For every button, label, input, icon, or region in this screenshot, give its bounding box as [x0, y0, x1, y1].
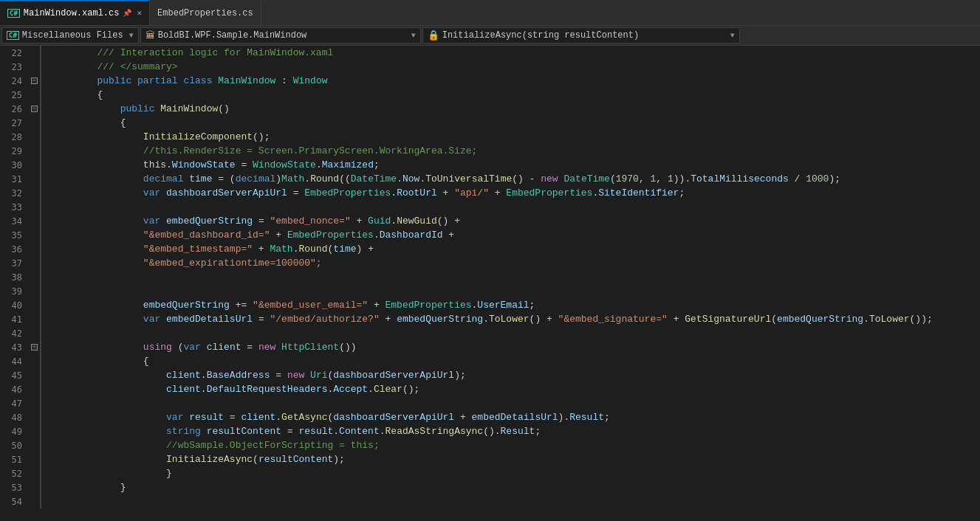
code-line: embedQuerString += "&embed_user_email=" … [48, 298, 980, 312]
code-line [48, 200, 980, 214]
code-line: decimal time = (decimal)Math.Round((Date… [48, 172, 980, 186]
code-line: //this.RenderSize = Screen.PrimaryScreen… [48, 144, 980, 158]
code-editor[interactable]: 222324−2526−2728293031323334353637383940… [0, 46, 980, 521]
code-line: InitializeComponent(); [48, 130, 980, 144]
tab-icon-mainwindow: C# [7, 9, 20, 18]
code-line [48, 494, 980, 508]
code-line: var dashboardServerApiUrl = EmbedPropert… [48, 186, 980, 200]
tab-label-mainwindow: MainWindow.xaml.cs [24, 8, 120, 18]
tab-pin-icon: 📌 [123, 9, 131, 18]
code-line [48, 326, 980, 340]
nav-method-icon: 🔒 [428, 30, 439, 41]
nav-bar: C# Miscellaneous Files ▼ 🏛 BoldBI.WPF.Sa… [0, 26, 980, 46]
nav-class-label: BoldBI.WPF.Sample.MainWindow [158, 30, 307, 41]
code-line: using (var client = new HttpClient()) [48, 340, 980, 354]
code-line: { [48, 116, 980, 130]
code-line [48, 270, 980, 284]
tab-mainwindow[interactable]: C# MainWindow.xaml.cs 📌 ✕ [0, 0, 150, 25]
nav-files-label: Miscellaneous Files [22, 30, 123, 41]
tab-label-embedprops: EmbedProperties.cs [157, 8, 253, 18]
tab-bar: C# MainWindow.xaml.cs 📌 ✕ EmbedPropertie… [0, 0, 980, 26]
nav-method-label: InitializeAsync(string resultContent) [442, 30, 639, 41]
collapse-button[interactable]: − [31, 106, 38, 112]
code-line: { [48, 354, 980, 368]
tab-close-mainwindow[interactable]: ✕ [137, 8, 142, 18]
nav-dropdown-icon[interactable]: ▼ [129, 32, 134, 40]
code-line: var embedQuerString = "embed_nonce=" + G… [48, 214, 980, 228]
code-line: "&embed_dashboard_id=" + EmbedProperties… [48, 228, 980, 242]
nav-class-dropdown[interactable]: ▼ [411, 32, 416, 40]
code-line [48, 396, 980, 410]
code-line [48, 284, 980, 298]
code-line: /// Interaction logic for MainWindow.xam… [48, 46, 980, 60]
code-line: client.DefaultRequestHeaders.Accept.Clea… [48, 382, 980, 396]
nav-class-section[interactable]: 🏛 BoldBI.WPF.Sample.MainWindow ▼ [140, 27, 421, 44]
code-line: "&embed_expirationtime=100000"; [48, 256, 980, 270]
code-line: InitializeAsync(resultContent); [48, 452, 980, 466]
tab-embedprops[interactable]: EmbedProperties.cs [150, 1, 261, 25]
code-line: } [48, 466, 980, 480]
nav-files-section[interactable]: C# Miscellaneous Files ▼ [1, 27, 139, 44]
code-line: public partial class MainWindow : Window [48, 74, 980, 88]
code-line: var embedDetailsUrl = "/embed/authorize?… [48, 312, 980, 326]
code-line: /// </summary> [48, 60, 980, 74]
nav-method-section[interactable]: 🔒 InitializeAsync(string resultContent) … [422, 27, 740, 44]
code-line: var result = client.GetAsync(dashboardSe… [48, 410, 980, 424]
code-line: string resultContent = result.Content.Re… [48, 424, 980, 438]
nav-cs-icon: C# [7, 31, 19, 40]
collapse-button[interactable]: − [31, 344, 38, 351]
code-line: //wbSample.ObjectForScripting = this; [48, 438, 980, 452]
line-gutter: 222324−2526−2728293031323334353637383940… [0, 46, 48, 521]
code-line: "&embed_timestamp=" + Math.Round(time) + [48, 242, 980, 256]
collapse-button[interactable]: − [31, 77, 38, 84]
code-line: this.WindowState = WindowState.Maximized… [48, 158, 980, 172]
nav-class-icon: 🏛 [145, 30, 155, 41]
code-line: } [48, 480, 980, 494]
code-area[interactable]: /// Interaction logic for MainWindow.xam… [48, 46, 980, 521]
main-window: C# MainWindow.xaml.cs 📌 ✕ EmbedPropertie… [0, 0, 980, 521]
code-line: public MainWindow() [48, 102, 980, 116]
code-line: client.BaseAddress = new Uri(dashboardSe… [48, 368, 980, 382]
code-line: { [48, 88, 980, 102]
nav-method-dropdown[interactable]: ▼ [730, 32, 735, 40]
